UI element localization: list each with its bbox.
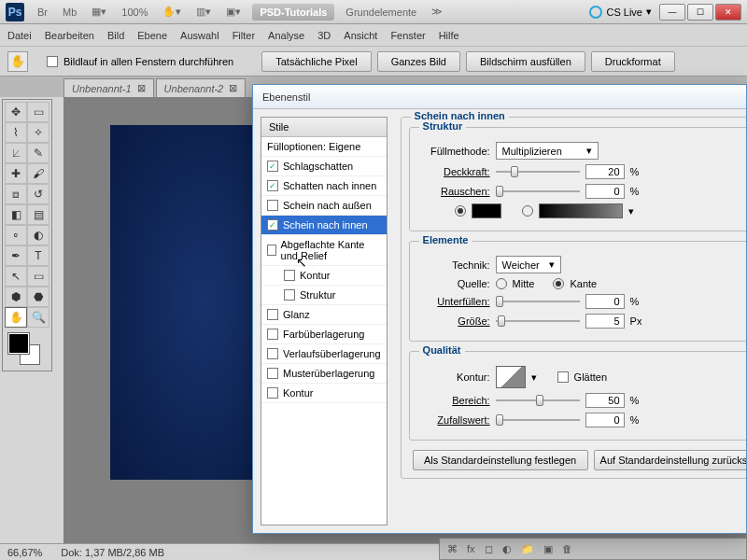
close-icon[interactable]: ⊠	[229, 82, 237, 94]
move-tool[interactable]: ✥	[5, 102, 27, 122]
choke-slider[interactable]	[496, 301, 580, 302]
fit-screen-button[interactable]: Ganzes Bild	[377, 51, 460, 72]
gradient-radio[interactable]	[522, 205, 533, 217]
close-icon[interactable]: ⊠	[137, 82, 146, 94]
checkbox[interactable]	[284, 270, 295, 281]
print-size-button[interactable]: Druckformat	[591, 51, 675, 72]
source-edge-radio[interactable]	[553, 278, 564, 289]
choke-input[interactable]	[585, 294, 625, 309]
history-brush-tool[interactable]: ↺	[27, 184, 49, 204]
hand-tool-icon[interactable]: ✋	[7, 51, 28, 72]
checkbox[interactable]	[284, 289, 295, 301]
link-icon[interactable]: ⌘	[447, 543, 458, 555]
checkbox[interactable]	[267, 387, 278, 399]
checkbox[interactable]	[267, 329, 278, 340]
menu-edit[interactable]: Bearbeiten	[45, 30, 94, 41]
heal-tool[interactable]: ✚	[5, 163, 27, 184]
doc-tab-1[interactable]: Unbenannt-1⊠	[63, 78, 154, 97]
bridge-button[interactable]: Br	[32, 5, 53, 20]
blending-options-item[interactable]: Fülloptionen: Eigene	[261, 137, 387, 157]
jitter-slider[interactable]	[496, 419, 580, 421]
blendmode-select[interactable]: Multiplizieren▾	[496, 142, 599, 160]
marquee-tool[interactable]: ▭	[27, 102, 49, 122]
menu-analysis[interactable]: Analyse	[268, 30, 304, 41]
close-button[interactable]: ✕	[715, 4, 741, 21]
workspace-tab[interactable]: Grundelemente	[340, 5, 422, 20]
status-doc-size[interactable]: Dok: 1,37 MB/2,86 MB	[61, 547, 164, 558]
style-gradient-overlay[interactable]: Verlaufsüberlagerung	[261, 344, 387, 364]
menu-3d[interactable]: 3D	[317, 30, 331, 41]
hand-tool[interactable]: ✋	[5, 307, 27, 328]
minibridge-button[interactable]: Mb	[57, 5, 82, 20]
checkbox[interactable]	[267, 309, 278, 320]
style-stroke[interactable]: Kontur	[261, 384, 387, 403]
menu-window[interactable]: Fenster	[390, 30, 425, 41]
lasso-tool[interactable]: ⌇	[5, 122, 27, 143]
antialias-checkbox[interactable]	[557, 371, 569, 383]
dodge-tool[interactable]: ◐	[27, 225, 49, 245]
style-color-overlay[interactable]: Farbüberlagerung	[261, 325, 387, 344]
checkbox[interactable]	[267, 161, 278, 172]
menu-file[interactable]: Datei	[7, 30, 32, 41]
style-pattern-overlay[interactable]: Musterüberlagerung	[261, 364, 387, 384]
zoom-level[interactable]: 100%	[116, 5, 153, 20]
timeline-panel[interactable]: ⌘ fx ◻ ◐ 📁 ▣ 🗑	[439, 538, 747, 560]
cslive-button[interactable]: CS Live	[606, 7, 642, 18]
adjustment-icon[interactable]: ◐	[502, 543, 512, 555]
camera-tool[interactable]: ⬣	[27, 287, 49, 307]
menu-view[interactable]: Ansicht	[344, 30, 377, 41]
stamp-tool[interactable]: ⧈	[5, 184, 27, 204]
menu-filter[interactable]: Filter	[233, 30, 255, 41]
technique-select[interactable]: Weicher▾	[496, 256, 561, 273]
make-default-button[interactable]: Als Standardeinstellung festlegen	[413, 450, 588, 470]
fx-icon[interactable]: fx	[467, 543, 475, 554]
menu-layer[interactable]: Ebene	[137, 30, 167, 41]
3d-tool[interactable]: ⬢	[5, 287, 27, 307]
chevron-down-icon[interactable]: ▾	[531, 371, 537, 384]
glow-color-swatch[interactable]	[472, 203, 501, 218]
style-outer-glow[interactable]: Schein nach außen	[261, 196, 387, 216]
actual-pixels-button[interactable]: Tatsächliche Pixel	[261, 51, 371, 72]
glow-gradient-swatch[interactable]	[539, 203, 623, 218]
fg-color-swatch[interactable]	[8, 333, 29, 354]
status-zoom[interactable]: 66,67%	[7, 547, 42, 558]
dialog-title-bar[interactable]: Ebenenstil	[253, 85, 746, 109]
size-input[interactable]	[585, 314, 625, 329]
checkbox[interactable]	[267, 200, 278, 211]
gradient-tool[interactable]: ▤	[27, 204, 49, 225]
noise-input[interactable]	[585, 184, 625, 199]
menu-image[interactable]: Bild	[107, 30, 124, 41]
checkbox[interactable]	[267, 180, 278, 191]
view-extras-icon[interactable]: ▦▾	[86, 4, 112, 20]
opacity-input[interactable]	[585, 164, 625, 179]
opacity-slider[interactable]	[496, 171, 580, 173]
contour-swatch[interactable]	[496, 366, 526, 388]
style-inner-shadow[interactable]: Schatten nach innen	[261, 176, 387, 196]
color-swatches[interactable]	[5, 331, 49, 369]
checkbox[interactable]	[267, 368, 278, 379]
path-tool[interactable]: ↖	[5, 266, 27, 287]
styles-header[interactable]: Stile	[261, 118, 387, 137]
zoom-tool[interactable]: 🔍	[27, 307, 49, 328]
chevron-down-icon[interactable]: ▾	[628, 205, 634, 217]
menu-help[interactable]: Hilfe	[439, 30, 459, 41]
crop-tool[interactable]: ⟀	[5, 143, 27, 163]
range-input[interactable]	[585, 393, 625, 408]
noise-slider[interactable]	[496, 190, 580, 192]
fill-screen-button[interactable]: Bildschirm ausfüllen	[466, 51, 585, 72]
hand-indicator-icon[interactable]: ✋▾	[157, 4, 187, 20]
style-bevel[interactable]: Abgeflachte Kante und Relief	[261, 235, 387, 266]
reset-default-button[interactable]: Auf Standardeinstellung zurücksetzen	[594, 450, 746, 470]
maximize-button[interactable]: ☐	[687, 4, 713, 21]
folder-icon[interactable]: 📁	[521, 543, 534, 555]
shape-tool[interactable]: ▭	[27, 266, 49, 287]
eyedropper-tool[interactable]: ✎	[27, 143, 49, 163]
style-bevel-texture[interactable]: Struktur	[261, 286, 387, 305]
size-slider[interactable]	[496, 320, 580, 322]
mask-icon[interactable]: ◻	[485, 543, 493, 555]
range-slider[interactable]	[496, 399, 580, 401]
wand-tool[interactable]: ✧	[27, 122, 49, 143]
checkbox[interactable]	[267, 245, 276, 256]
scroll-all-checkbox[interactable]	[47, 56, 58, 67]
more-icon[interactable]: ≫	[426, 4, 448, 20]
